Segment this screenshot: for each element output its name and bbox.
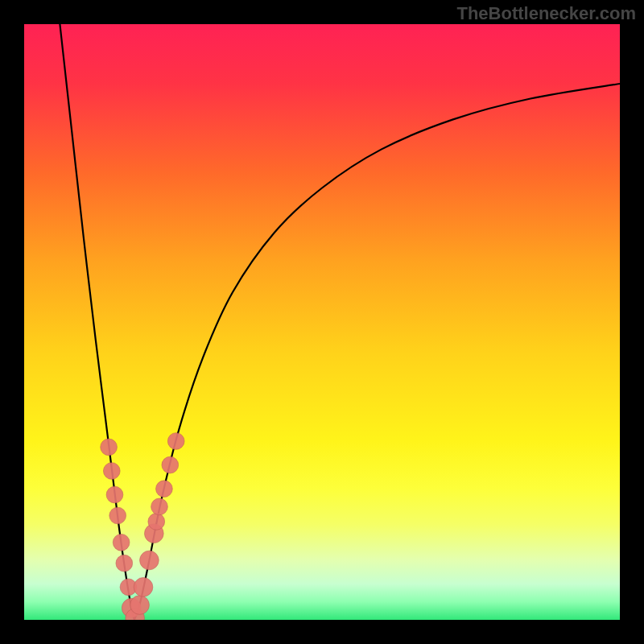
data-marker [103,463,120,480]
data-marker [109,507,126,524]
watermark-text: TheBottlenecker.com [456,3,636,24]
chart-container: { "watermark": "TheBottlenecker.com", "c… [0,0,644,644]
data-marker [140,551,159,570]
data-marker [151,498,168,515]
chart-svg [24,24,620,620]
plot-area [24,24,620,620]
data-marker [106,486,123,503]
data-marker [167,433,184,450]
data-marker [116,555,133,572]
gradient-background [24,24,620,620]
data-marker [156,481,173,497]
data-marker [148,514,165,530]
data-marker [162,456,179,473]
data-marker [134,577,153,597]
data-marker [101,439,118,456]
data-marker [130,596,150,615]
data-marker [113,534,130,551]
